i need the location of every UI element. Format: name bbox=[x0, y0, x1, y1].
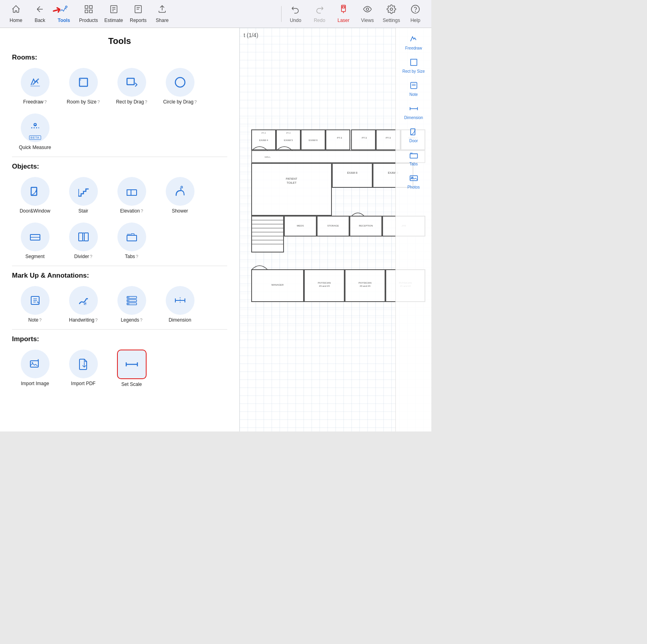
svg-rect-57 bbox=[30, 361, 38, 367]
objects-section-title: Objects: bbox=[12, 163, 227, 171]
tool-segment[interactable]: Segment bbox=[12, 220, 58, 262]
svg-text:PATIENT: PATIENT bbox=[286, 177, 298, 180]
settings-icon bbox=[387, 4, 396, 16]
toolbar-share[interactable]: Share bbox=[150, 2, 174, 25]
toolbar: Home Back Tools Products Estimate Report… bbox=[0, 0, 431, 28]
sidebar-door[interactable]: Door bbox=[398, 125, 429, 145]
imports-grid: Import Image Import PDF bbox=[12, 347, 227, 390]
tool-elevation[interactable]: Elevation ? bbox=[109, 175, 155, 216]
svg-rect-50 bbox=[127, 297, 129, 298]
svg-rect-2 bbox=[89, 6, 92, 8]
circle-by-drag-label: Circle by Drag ? bbox=[163, 99, 196, 105]
toolbar-products[interactable]: Products bbox=[76, 2, 101, 25]
svg-text:#3 and #4: #3 and #4 bbox=[319, 285, 330, 287]
tool-quick-measure[interactable]: BETA Quick Measure bbox=[12, 111, 58, 153]
sidebar-photos[interactable]: Photos bbox=[398, 171, 429, 191]
svg-rect-31 bbox=[127, 190, 131, 195]
tool-divider[interactable]: Divider ? bbox=[60, 220, 106, 262]
toolbar-help[interactable]: Help bbox=[403, 2, 427, 25]
tool-import-pdf[interactable]: Import PDF bbox=[60, 347, 106, 390]
sidebar-door-label: Door bbox=[409, 139, 418, 143]
tool-freedraw[interactable]: Freedraw ? bbox=[12, 66, 58, 107]
svg-rect-22 bbox=[127, 78, 134, 85]
import-pdf-label: Import PDF bbox=[71, 381, 95, 386]
toolbar-views-label: Views bbox=[361, 18, 374, 23]
tool-circle-by-drag[interactable]: Circle by Drag ? bbox=[157, 66, 203, 107]
svg-text:PT-3: PT-3 bbox=[362, 137, 367, 139]
set-scale-icon-circle bbox=[117, 350, 147, 379]
svg-point-0 bbox=[65, 6, 67, 8]
tool-tabs[interactable]: Tabs ? bbox=[109, 220, 155, 262]
toolbar-redo-label: Redo bbox=[314, 18, 325, 23]
svg-text:PHYSICIAN: PHYSICIAN bbox=[359, 282, 371, 284]
toolbar-back[interactable]: Back bbox=[28, 2, 52, 25]
divider-label: Divider ? bbox=[74, 254, 92, 259]
svg-rect-39 bbox=[84, 233, 88, 241]
toolbar-laser[interactable]: Laser bbox=[331, 2, 355, 25]
divider-icon-circle bbox=[69, 223, 98, 251]
toolbar-undo-label: Undo bbox=[290, 18, 302, 23]
products-icon bbox=[84, 4, 93, 16]
sidebar-dimension[interactable]: Dimension bbox=[398, 101, 429, 121]
tool-dimension[interactable]: Dimension bbox=[157, 284, 203, 325]
toolbar-home[interactable]: Home bbox=[4, 2, 28, 25]
toolbar-undo[interactable]: Undo bbox=[284, 2, 308, 25]
svg-rect-124 bbox=[410, 154, 417, 158]
sidebar-rect-by-size[interactable]: Rect by Size bbox=[398, 55, 429, 75]
tool-note[interactable]: Note ? bbox=[12, 284, 58, 325]
dimension-label: Dimension bbox=[169, 317, 191, 323]
svg-point-17 bbox=[411, 5, 419, 13]
sidebar-tabs-label: Tabs bbox=[409, 162, 418, 166]
toolbar-reports[interactable]: Reports bbox=[126, 2, 150, 25]
share-icon bbox=[157, 4, 167, 16]
svg-rect-86 bbox=[252, 216, 284, 252]
sidebar-tabs[interactable]: Tabs bbox=[398, 148, 429, 168]
import-image-icon-circle bbox=[21, 350, 50, 378]
toolbar-settings[interactable]: Settings bbox=[379, 2, 403, 25]
tool-import-image[interactable]: Import Image bbox=[12, 347, 58, 390]
toolbar-products-label: Products bbox=[79, 18, 98, 23]
sidebar-rect-by-size-label: Rect by Size bbox=[402, 69, 425, 74]
undo-icon bbox=[291, 4, 300, 16]
tools-panel: Tools Rooms: Freedraw ? bbox=[0, 28, 240, 431]
tool-stair[interactable]: Stair bbox=[60, 175, 106, 216]
reports-icon bbox=[133, 4, 143, 16]
elevation-icon-circle bbox=[117, 177, 146, 206]
tool-shower[interactable]: Shower bbox=[157, 175, 203, 216]
sidebar-freedraw[interactable]: Freedraw bbox=[398, 32, 429, 52]
svg-text:MEDS: MEDS bbox=[297, 225, 304, 227]
tool-handwriting[interactable]: Handwriting ? bbox=[60, 284, 106, 325]
svg-text:EXAM 4: EXAM 4 bbox=[259, 139, 268, 141]
blueprint-area[interactable]: t (1/4) EXAM 4 bbox=[240, 28, 431, 431]
sidebar-note[interactable]: Note bbox=[398, 78, 429, 98]
toolbar-redo[interactable]: Redo bbox=[308, 2, 331, 25]
tool-door-window[interactable]: Door&Window bbox=[12, 175, 58, 216]
toolbar-views[interactable]: Views bbox=[355, 2, 379, 25]
svg-rect-3 bbox=[89, 10, 92, 13]
tool-legends[interactable]: Legends ? bbox=[109, 284, 155, 325]
rooms-grid: Freedraw ? Room by Size ? bbox=[12, 66, 227, 153]
tool-rect-by-drag[interactable]: Rect by Drag ? bbox=[109, 66, 155, 107]
freedraw-icon-circle bbox=[21, 68, 50, 97]
svg-rect-52 bbox=[127, 303, 129, 304]
svg-point-15 bbox=[366, 8, 369, 10]
tool-room-by-size[interactable]: Room by Size ? bbox=[60, 66, 106, 107]
svg-rect-20 bbox=[79, 78, 87, 86]
toolbar-back-label: Back bbox=[35, 18, 46, 23]
svg-rect-79 bbox=[252, 163, 331, 215]
svg-point-35 bbox=[182, 188, 183, 189]
beta-badge: BETA bbox=[29, 135, 41, 140]
tabs-label: Tabs ? bbox=[125, 254, 138, 259]
room-by-size-icon-circle bbox=[69, 68, 98, 97]
toolbar-tools[interactable]: Tools bbox=[52, 2, 76, 25]
tools-icon bbox=[59, 4, 69, 16]
rect-by-drag-label: Rect by Drag ? bbox=[116, 99, 147, 105]
svg-rect-68 bbox=[351, 130, 375, 150]
tool-set-scale[interactable]: Set Scale bbox=[109, 347, 155, 390]
svg-text:PHYSICIAN: PHYSICIAN bbox=[318, 282, 331, 284]
svg-text:PT-3: PT-3 bbox=[386, 137, 391, 139]
legends-icon-circle bbox=[117, 286, 146, 315]
svg-text:RECEPTION: RECEPTION bbox=[359, 225, 373, 227]
toolbar-estimate[interactable]: Estimate bbox=[101, 2, 126, 25]
svg-point-23 bbox=[175, 78, 185, 87]
